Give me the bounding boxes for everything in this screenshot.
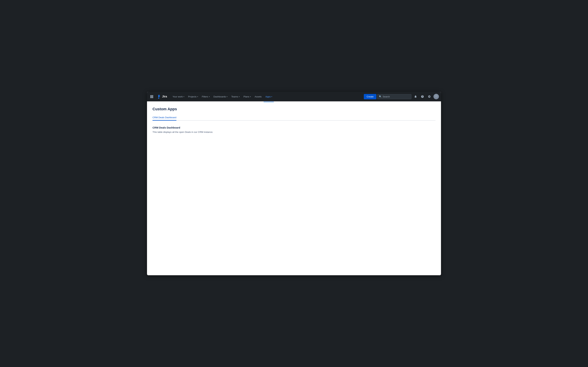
tab-crm-deals-dashboard[interactable]: CRM Deals Dashboard xyxy=(153,115,176,121)
content-section: CRM Deals Dashboard This table displays … xyxy=(153,125,435,135)
teams-chevron-icon: ▾ xyxy=(239,96,240,98)
create-button[interactable]: Create xyxy=(364,94,376,99)
nav-apps-label: Apps xyxy=(265,95,271,98)
apps-chevron-icon: ▾ xyxy=(271,96,272,98)
projects-chevron-icon: ▾ xyxy=(197,96,198,98)
browser-window: Jira Your work ▾ Projects ▾ Filters ▾ Da… xyxy=(147,92,441,275)
svg-rect-1 xyxy=(151,95,152,96)
nav-your-work-label: Your work xyxy=(172,95,183,98)
jira-logo[interactable]: Jira xyxy=(156,94,168,100)
nav-projects[interactable]: Projects ▾ xyxy=(186,94,200,99)
avatar-image xyxy=(434,94,439,99)
search-box[interactable]: 🔍 Search xyxy=(377,94,411,99)
nav-teams-label: Teams xyxy=(231,95,238,98)
help-button[interactable] xyxy=(420,94,425,99)
settings-button[interactable] xyxy=(426,94,432,99)
search-icon: 🔍 xyxy=(379,95,382,98)
svg-rect-7 xyxy=(151,97,152,98)
svg-rect-0 xyxy=(150,95,151,96)
nav-dashboards[interactable]: Dashboards ▾ xyxy=(212,94,229,99)
svg-rect-4 xyxy=(151,96,152,97)
notifications-button[interactable] xyxy=(413,94,418,99)
svg-rect-6 xyxy=(150,97,151,98)
nav-plans-label: Plans xyxy=(243,95,249,98)
tabs-container: CRM Deals Dashboard xyxy=(153,115,435,121)
navbar: Jira Your work ▾ Projects ▾ Filters ▾ Da… xyxy=(147,92,441,101)
nav-projects-label: Projects xyxy=(188,95,196,98)
main-content: Custom Apps CRM Deals Dashboard CRM Deal… xyxy=(147,101,441,275)
navbar-right: 🔍 Search xyxy=(377,94,439,99)
svg-rect-3 xyxy=(150,96,151,97)
content-heading: CRM Deals Dashboard xyxy=(153,126,435,129)
nav-filters[interactable]: Filters ▾ xyxy=(200,94,212,99)
grid-menu-icon[interactable] xyxy=(149,94,154,99)
nav-apps[interactable]: Apps ▾ xyxy=(264,94,274,99)
your-work-chevron-icon: ▾ xyxy=(183,96,184,98)
page-title: Custom Apps xyxy=(153,107,435,111)
plans-chevron-icon: ▾ xyxy=(250,96,251,98)
nav-assets[interactable]: Assets xyxy=(253,94,263,99)
content-description: This table displays all the open Deals i… xyxy=(153,130,435,134)
nav-assets-label: Assets xyxy=(255,95,262,98)
nav-filters-label: Filters xyxy=(202,95,208,98)
nav-your-work[interactable]: Your work ▾ xyxy=(171,94,186,99)
user-avatar[interactable] xyxy=(434,94,439,99)
filters-chevron-icon: ▾ xyxy=(209,96,210,98)
logo-text: Jira xyxy=(162,95,167,98)
nav-items: Your work ▾ Projects ▾ Filters ▾ Dashboa… xyxy=(171,94,362,99)
svg-rect-5 xyxy=(152,96,153,97)
svg-rect-8 xyxy=(152,97,153,98)
nav-plans[interactable]: Plans ▾ xyxy=(242,94,253,99)
svg-rect-2 xyxy=(152,95,153,96)
search-placeholder: Search xyxy=(383,95,390,98)
dashboards-chevron-icon: ▾ xyxy=(227,96,228,98)
nav-dashboards-label: Dashboards xyxy=(213,95,226,98)
nav-teams[interactable]: Teams ▾ xyxy=(230,94,241,99)
